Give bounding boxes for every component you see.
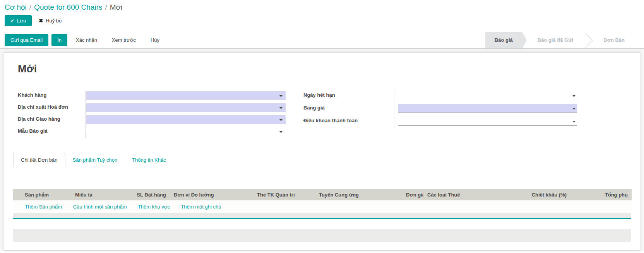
dropdown-caret-icon: [279, 95, 283, 97]
field-label-quotation-template: Mẫu Báo giá: [18, 126, 85, 138]
tab-optional-products[interactable]: Sản phẩm Tuỳ chọn: [65, 153, 125, 167]
field-label-customer: Khách hàng: [18, 91, 85, 103]
x-icon: ✖: [39, 18, 43, 24]
form-fields: Khách hàng Địa chỉ xuất Hoá đơn Địa chỉ …: [18, 91, 631, 138]
chevron-right-icon: [582, 32, 594, 48]
breadcrumb-link-opportunity[interactable]: Cơ hội: [5, 3, 27, 11]
field-label-expiration-date: Ngày hết hạn: [303, 91, 394, 103]
field-label-invoice-address: Địa chỉ xuất Hoá đơn: [18, 103, 85, 115]
statusbar-step-quotation[interactable]: Báo giá: [485, 32, 522, 48]
add-product-link[interactable]: Thêm Sản phẩm: [25, 204, 62, 210]
breadcrumb-link-quote[interactable]: Quote for 600 Chairs: [34, 3, 102, 11]
order-lines-list: Sản phẩm Miêu tả SL Đặt hàng Đơn vị Đo l…: [13, 189, 631, 242]
save-button-label: Lưu: [17, 18, 26, 24]
column-header-taxes[interactable]: Các loại Thuế: [423, 189, 524, 200]
statusbar-step-sales-order[interactable]: Đơn Bán: [594, 32, 634, 48]
column-header-discount[interactable]: Chiết khấu (%): [524, 189, 570, 200]
payment-terms-field[interactable]: [398, 117, 577, 126]
dropdown-caret-icon: [279, 131, 283, 133]
breadcrumb-current: Mới: [110, 3, 123, 11]
edit-controls: ✔ Lưu ✖ Huỷ bỏ: [0, 12, 644, 32]
add-note-link[interactable]: Thêm một ghi chú: [181, 204, 221, 210]
dropdown-caret-icon: [572, 108, 575, 110]
statusbar-step-quotation-sent[interactable]: Báo giá đã Gửi: [528, 32, 583, 48]
field-label-delivery-address: Địa chỉ Giao hàng: [18, 115, 85, 126]
form-sheet: Mới Khách hàng Địa chỉ xuất Hoá đơn Địa …: [4, 52, 640, 251]
breadcrumb-separator: /: [29, 3, 31, 11]
send-email-button[interactable]: Gửi qua Email: [5, 34, 48, 46]
control-bar: Gửi qua Email In Xác nhận Xem trước Hủy …: [0, 32, 644, 49]
breadcrumb: Cơ hội/Quote for 600 Chairs/Mới: [0, 0, 644, 12]
tab-order-lines[interactable]: Chi tiết Đơn bán: [13, 153, 65, 167]
check-icon: ✔: [10, 18, 14, 24]
expiration-date-field[interactable]: [398, 91, 577, 100]
quotation-template-field[interactable]: [86, 127, 286, 136]
configure-product-link[interactable]: Cấu hình một sản phẩm: [73, 204, 127, 210]
column-header-uom[interactable]: Đơn vị Đo lường: [170, 189, 253, 200]
column-header-product[interactable]: Sản phẩm: [13, 189, 71, 200]
statusbar: Báo giá Báo giá đã Gửi Đơn Bán: [485, 32, 644, 48]
print-button[interactable]: In: [51, 34, 67, 46]
column-header-unit-price[interactable]: Đơn giá: [402, 189, 423, 200]
column-header-description[interactable]: Miêu tả: [71, 189, 127, 200]
dropdown-caret-icon: [572, 121, 575, 123]
breadcrumb-separator: /: [105, 3, 107, 11]
column-header-subtotal[interactable]: Tổng phụ: [570, 189, 632, 200]
list-footer-strip: [13, 213, 631, 218]
dropdown-caret-icon: [279, 107, 283, 109]
save-button[interactable]: ✔ Lưu: [5, 15, 32, 26]
customer-field[interactable]: [86, 91, 286, 100]
column-header-analytic-tags[interactable]: Thẻ TK Quản trị: [253, 189, 315, 200]
pricelist-field[interactable]: [398, 104, 577, 113]
discard-button-label: Huỷ bỏ: [46, 18, 62, 24]
add-section-link[interactable]: Thêm khu vực: [138, 204, 170, 210]
notes-placeholder-strip[interactable]: [13, 229, 631, 242]
invoice-address-field[interactable]: [86, 103, 286, 112]
column-header-ordered-qty[interactable]: SL Đặt hàng: [127, 189, 170, 200]
field-label-pricelist: Bảng giá: [303, 103, 394, 116]
delivery-address-field[interactable]: [86, 115, 286, 124]
dropdown-caret-icon: [279, 119, 283, 121]
form-column-right: Ngày hết hạn Bảng giá Điều khoản thanh t…: [303, 91, 631, 138]
form-column-left: Khách hàng Địa chỉ xuất Hoá đơn Địa chỉ …: [18, 91, 286, 138]
notebook-tabs: Chi tiết Đơn bán Sản phẩm Tuỳ chọn Thông…: [13, 153, 631, 167]
confirm-button[interactable]: Xác nhận: [70, 34, 103, 46]
field-label-payment-terms: Điều khoản thanh toán: [303, 116, 394, 129]
list-header-row: Sản phẩm Miêu tả SL Đặt hàng Đơn vị Đo l…: [13, 189, 632, 200]
column-header-route[interactable]: Tuyến Cung ứng: [315, 189, 402, 200]
tab-other-info[interactable]: Thông tin Khác: [125, 153, 173, 167]
spacer: [13, 219, 631, 229]
discard-button[interactable]: ✖ Huỷ bỏ: [39, 18, 62, 24]
cancel-button[interactable]: Hủy: [145, 34, 165, 46]
dropdown-caret-icon: [572, 95, 575, 97]
preview-button[interactable]: Xem trước: [106, 34, 141, 46]
page-title: Mới: [18, 63, 631, 75]
content-area: Mới Khách hàng Địa chỉ xuất Hoá đơn Địa …: [0, 49, 644, 251]
add-line-row: Thêm Sản phẩm Cấu hình một sản phẩm Thêm…: [13, 200, 632, 213]
